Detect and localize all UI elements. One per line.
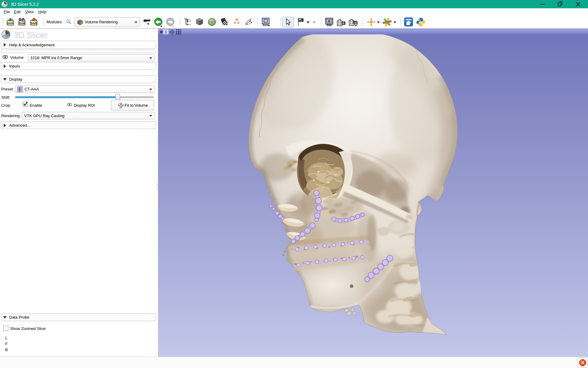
svg-text:SAVE: SAVE [30, 22, 37, 25]
svg-text:1: 1 [165, 30, 167, 34]
svg-text:DATA: DATA [7, 22, 13, 25]
svg-text:DCM: DCM [19, 22, 25, 25]
